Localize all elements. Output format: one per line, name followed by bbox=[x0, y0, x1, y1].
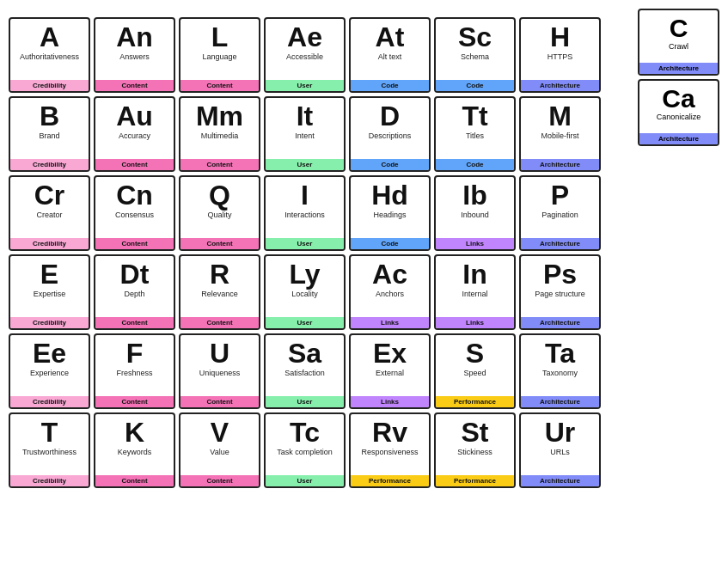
element-cell: Tt Titles Code bbox=[434, 96, 516, 172]
element-badge: Links bbox=[351, 317, 429, 328]
element-cell: Rv Responsiveness Performance bbox=[349, 412, 431, 488]
element-name: Multimedia bbox=[201, 131, 239, 141]
element-cell: Q Quality Content bbox=[179, 175, 260, 251]
element-name: Quality bbox=[207, 211, 231, 220]
element-cell: It Intent User bbox=[264, 96, 346, 172]
element-symbol: Q bbox=[209, 180, 230, 211]
element-name: External bbox=[376, 369, 404, 378]
element-name: Stickiness bbox=[457, 448, 492, 457]
element-cell: Ac Anchors Links bbox=[349, 254, 431, 330]
periodic-table: C Crawl Architecture Ca Canonicalize Arc… bbox=[0, 0, 728, 562]
element-name: Brand bbox=[39, 131, 59, 141]
element-cell: Ly Locality User bbox=[264, 254, 346, 330]
element-cell: Ur URLs Architecture bbox=[519, 412, 601, 488]
element-name: Locality bbox=[291, 290, 318, 299]
element-badge: Content bbox=[95, 396, 174, 407]
element-cell: Dt Depth Content bbox=[94, 254, 175, 330]
element-cell: M Mobile-first Architecture bbox=[519, 96, 601, 172]
element-cell: K Keywords Content bbox=[94, 412, 175, 488]
element-symbol: Rv bbox=[372, 418, 407, 448]
element-name: Taxonomy bbox=[542, 369, 578, 378]
element-name: Canonicalize bbox=[657, 113, 701, 121]
element-cell: C Crawl Architecture bbox=[638, 9, 719, 76]
element-name: Expertise bbox=[34, 290, 66, 299]
element-name: Schema bbox=[461, 52, 489, 62]
element-symbol: P bbox=[551, 180, 569, 211]
element-badge: Architecture bbox=[521, 396, 599, 407]
element-name: Trustworthiness bbox=[22, 448, 76, 457]
element-cell: T Trustworthiness Credibility bbox=[9, 412, 90, 488]
element-symbol: L bbox=[211, 22, 229, 52]
element-name: Experience bbox=[30, 369, 69, 378]
element-badge: Content bbox=[95, 475, 174, 486]
element-badge: User bbox=[266, 80, 344, 91]
element-symbol: A bbox=[40, 22, 59, 52]
element-name: Alt text bbox=[378, 52, 402, 62]
element-name: HTTPS bbox=[548, 52, 573, 62]
element-cell: Hd Headings Code bbox=[349, 175, 431, 251]
element-badge: Architecture bbox=[521, 159, 599, 170]
element-name: Pagination bbox=[541, 211, 578, 220]
element-badge: Credibility bbox=[10, 317, 89, 328]
element-badge: Architecture bbox=[521, 317, 599, 328]
element-cell: Mm Multimedia Content bbox=[179, 96, 260, 172]
element-symbol: Cn bbox=[116, 180, 153, 211]
element-symbol: S bbox=[466, 339, 484, 369]
element-name: Uniqueness bbox=[199, 369, 241, 378]
element-cell: Sc Schema Code bbox=[434, 17, 516, 93]
element-symbol: I bbox=[301, 180, 309, 211]
element-badge: Content bbox=[180, 80, 259, 91]
element-badge: Content bbox=[95, 159, 174, 170]
element-cell: Au Accuracy Content bbox=[94, 96, 175, 172]
element-name: Responsiveness bbox=[361, 448, 418, 457]
element-name: Mobile-first bbox=[541, 131, 578, 141]
element-name: Speed bbox=[463, 369, 486, 378]
element-symbol: Mm bbox=[196, 101, 243, 131]
element-symbol: Tc bbox=[290, 418, 320, 448]
element-name: URLs bbox=[550, 448, 570, 457]
element-badge: Code bbox=[436, 159, 514, 170]
element-symbol: Ex bbox=[373, 339, 407, 369]
element-badge: Content bbox=[180, 396, 259, 407]
element-cell: A Authoritativeness Credibility bbox=[9, 17, 90, 93]
element-cell: Sa Satisfaction User bbox=[264, 333, 346, 409]
element-name: Depth bbox=[124, 290, 144, 299]
element-badge: Content bbox=[95, 238, 174, 249]
element-symbol: D bbox=[380, 101, 400, 131]
element-name: Satisfaction bbox=[284, 369, 325, 378]
element-name: Value bbox=[210, 448, 229, 457]
element-cell: I Interactions User bbox=[264, 175, 346, 251]
element-symbol: C bbox=[670, 14, 688, 42]
element-name: Intent bbox=[295, 131, 315, 141]
element-badge: Credibility bbox=[10, 159, 89, 170]
element-badge: Content bbox=[180, 238, 259, 249]
element-badge: Credibility bbox=[10, 396, 89, 407]
element-badge: Links bbox=[436, 317, 514, 328]
element-symbol: V bbox=[211, 418, 229, 448]
element-symbol: Tt bbox=[462, 101, 487, 131]
element-cell: Ee Experience Credibility bbox=[9, 333, 90, 409]
element-name: Answers bbox=[119, 52, 150, 62]
element-name: Internal bbox=[462, 290, 487, 299]
element-name: Headings bbox=[373, 211, 406, 220]
element-cell: S Speed Performance bbox=[434, 333, 516, 409]
top-cells: C Crawl Architecture Ca Canonicalize Arc… bbox=[638, 9, 719, 146]
element-symbol: R bbox=[210, 260, 229, 290]
element-symbol: Ca bbox=[662, 84, 694, 113]
element-name: Authoritativeness bbox=[20, 52, 79, 62]
element-badge: Architecture bbox=[639, 133, 718, 144]
element-symbol: Sc bbox=[458, 22, 492, 52]
element-cell: Ca Canonicalize Architecture bbox=[638, 79, 719, 146]
element-badge: Performance bbox=[351, 475, 429, 486]
element-name: Crawl bbox=[669, 42, 688, 51]
element-cell: Cr Creator Credibility bbox=[9, 175, 90, 251]
element-cell: Cn Consensus Content bbox=[94, 175, 175, 251]
element-badge: Content bbox=[180, 159, 259, 170]
element-cell: Ex External Links bbox=[349, 333, 431, 409]
element-symbol: Ae bbox=[287, 22, 322, 52]
element-symbol: F bbox=[126, 339, 144, 369]
element-name: Accuracy bbox=[119, 131, 150, 141]
element-cell: R Relevance Content bbox=[179, 254, 260, 330]
element-cell: H HTTPS Architecture bbox=[519, 17, 601, 93]
main-grid: A Authoritativeness Credibility An Answe… bbox=[9, 17, 719, 562]
